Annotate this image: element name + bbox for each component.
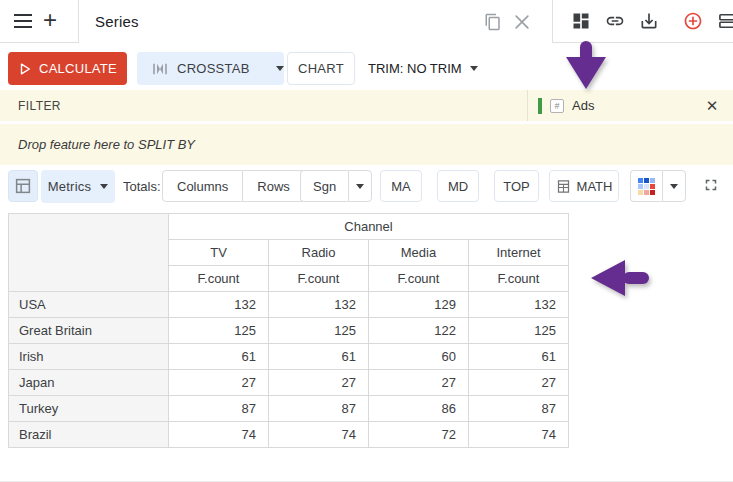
calculate-button[interactable]: CALCULATE (8, 52, 127, 85)
filter-feature-chip-ads[interactable]: # Ads (538, 90, 594, 121)
split-by-dropzone[interactable]: Drop feature here to SPLIT BY (0, 124, 733, 165)
table-row: USA 132 132 129 132 (9, 292, 569, 318)
table-cell: 74 (469, 422, 569, 448)
table-cell: 61 (269, 344, 369, 370)
calculate-label: CALCULATE (39, 61, 117, 76)
table-row: Irish 61 61 60 61 (9, 344, 569, 370)
table-cell: 74 (169, 422, 269, 448)
crosstab-button[interactable]: CROSSTAB (137, 52, 284, 85)
table-row: Channel (9, 214, 569, 240)
link-icon[interactable] (605, 11, 625, 31)
top-button[interactable]: TOP (494, 170, 539, 202)
global-toolbar (552, 0, 733, 43)
chart-button[interactable]: CHART (287, 52, 355, 85)
annotation-arrow-down (560, 41, 612, 91)
palette-dropdown-caret[interactable] (662, 170, 686, 202)
table-cell: 61 (469, 344, 569, 370)
column-header-tv: TV (169, 240, 269, 266)
feature-name: Ads (572, 98, 594, 113)
math-label: MATH (577, 179, 613, 194)
app-window: + Series CALCULATE (0, 0, 733, 482)
duplicate-icon[interactable] (484, 13, 502, 31)
annotation-arrow-left (589, 258, 653, 300)
color-palette-button[interactable] (630, 170, 662, 202)
table-cell: 86 (369, 396, 469, 422)
table-cell: 87 (469, 396, 569, 422)
metrics-dropdown[interactable]: Metrics (41, 170, 115, 203)
new-tab-button[interactable]: + (43, 8, 57, 32)
split-by-placeholder: Drop feature here to SPLIT BY (0, 137, 195, 152)
metrics-label: Metrics (48, 179, 92, 194)
table-corner (9, 214, 169, 292)
column-header-internet: Internet (469, 240, 569, 266)
table-cell: 87 (269, 396, 369, 422)
table-cell: 72 (369, 422, 469, 448)
hamburger-menu-icon[interactable] (13, 14, 33, 28)
metrics-caret-icon (100, 184, 108, 189)
table-cell: 122 (369, 318, 469, 344)
tab-series[interactable]: Series (95, 0, 139, 43)
calculator-icon (556, 179, 571, 194)
totals-label: Totals: (123, 170, 161, 202)
rows-layout-icon[interactable] (717, 11, 733, 31)
table-cell: 129 (369, 292, 469, 318)
numeric-feature-icon: # (550, 99, 564, 113)
totals-rows-button[interactable]: Rows (243, 170, 305, 202)
tab-strip: + (0, 0, 79, 43)
crosstab-dropdown-caret[interactable] (276, 66, 284, 71)
trim-dropdown[interactable]: TRIM: NO TRIM (368, 52, 478, 85)
measure-header: F.count (469, 266, 569, 292)
crosstab-icon (151, 60, 169, 78)
row-label: Great Britain (9, 318, 169, 344)
ma-button[interactable]: MA (380, 170, 422, 202)
table-cell: 125 (269, 318, 369, 344)
table-cell: 132 (169, 292, 269, 318)
table-row: Great Britain 125 125 122 125 (9, 318, 569, 344)
row-label: Irish (9, 344, 169, 370)
md-button[interactable]: MD (437, 170, 479, 202)
table-cell: 132 (269, 292, 369, 318)
table-cell: 27 (269, 370, 369, 396)
measure-header: F.count (369, 266, 469, 292)
column-header-radio: Radio (269, 240, 369, 266)
add-circle-icon[interactable] (683, 11, 703, 31)
table-cell: 60 (369, 344, 469, 370)
trim-caret-icon (470, 66, 478, 71)
row-label: USA (9, 292, 169, 318)
trim-label: TRIM: NO TRIM (368, 61, 462, 76)
fullscreen-icon[interactable] (702, 176, 720, 194)
row-label: Brazil (9, 422, 169, 448)
filter-label: FILTER (0, 99, 61, 113)
tab-actions (484, 0, 532, 43)
close-tab-icon[interactable] (512, 12, 532, 32)
row-label: Turkey (9, 396, 169, 422)
sgn-button[interactable]: Sgn (300, 170, 348, 202)
table-cell: 27 (469, 370, 569, 396)
table-cell: 125 (469, 318, 569, 344)
table-cell: 74 (269, 422, 369, 448)
download-icon[interactable] (639, 11, 659, 31)
table-cell: 125 (169, 318, 269, 344)
table-cell: 27 (369, 370, 469, 396)
layout-table-button[interactable] (8, 170, 38, 202)
column-group-header: Channel (169, 214, 569, 240)
palette-icon (638, 178, 655, 195)
sgn-dropdown-caret[interactable] (348, 170, 372, 202)
math-button[interactable]: MATH (549, 170, 619, 202)
crosstab-label: CROSSTAB (177, 61, 250, 76)
measure-header: F.count (169, 266, 269, 292)
color-palette-split-button (630, 170, 686, 202)
filter-divider (527, 90, 528, 121)
measure-header: F.count (269, 266, 369, 292)
row-label: Japan (9, 370, 169, 396)
filter-bar: FILTER # Ads ✕ (0, 90, 733, 121)
table-row: Japan 27 27 27 27 (9, 370, 569, 396)
feature-color-bar (538, 98, 542, 114)
table-cell: 132 (469, 292, 569, 318)
dashboard-icon[interactable] (571, 11, 591, 31)
remove-filter-icon[interactable]: ✕ (700, 90, 724, 121)
play-icon (18, 62, 32, 76)
totals-toggle-group: Columns Rows (162, 170, 305, 202)
totals-columns-button[interactable]: Columns (162, 170, 243, 202)
table-cell: 87 (169, 396, 269, 422)
